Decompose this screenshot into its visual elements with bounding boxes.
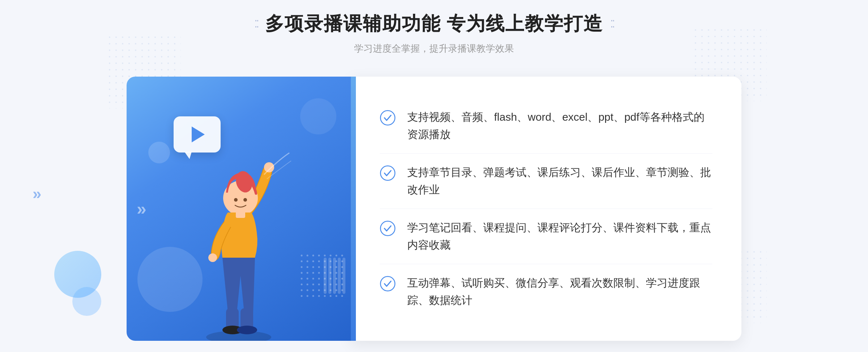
illus-circle-3: [148, 142, 170, 163]
svg-point-26: [380, 166, 395, 180]
svg-point-11: [234, 198, 238, 202]
sub-title: 学习进度全掌握，提升录播课教学效果: [254, 42, 614, 55]
feature-item-2: 支持章节目录、弹题考试、课后练习、课后作业、章节测验、批改作业: [380, 154, 712, 209]
header-section: ⁚⁚ 多项录播课辅助功能 专为线上教学打造 ⁚⁚ 学习进度全掌握，提升录播课教学…: [254, 11, 614, 55]
illus-chevrons: »: [137, 200, 146, 218]
feature-text-2: 支持章节目录、弹题考试、课后练习、课后作业、章节测验、批改作业: [407, 164, 712, 198]
svg-rect-21: [328, 258, 331, 294]
feature-text-4: 互动弹幕、试听购买、微信分享、观看次数限制、学习进度跟踪、数据统计: [407, 274, 712, 309]
content-panel: 支持视频、音频、flash、word、excel、ppt、pdf等各种格式的资源…: [351, 77, 741, 341]
svg-rect-23: [338, 258, 341, 294]
svg-point-14: [208, 253, 217, 262]
feature-item-3: 学习笔记回看、课程提问、课程评论打分、课件资料下载，重点内容收藏: [380, 209, 712, 264]
vertical-accent: [351, 77, 356, 341]
feature-text-3: 学习笔记回看、课程提问、课程评论打分、课件资料下载，重点内容收藏: [407, 219, 712, 254]
header-deco-left: ⁚⁚: [254, 18, 258, 30]
svg-point-27: [380, 221, 395, 236]
svg-rect-20: [324, 258, 327, 294]
svg-point-28: [380, 276, 395, 291]
feature-item-1: 支持视频、音频、flash、word、excel、ppt、pdf等各种格式的资源…: [380, 98, 712, 154]
main-title: 多项录播课辅助功能 专为线上教学打造: [265, 11, 603, 37]
check-icon-1: [380, 110, 396, 126]
feature-item-4: 互动弹幕、试听购买、微信分享、观看次数限制、学习进度跟踪、数据统计: [380, 264, 712, 319]
striped-deco: [324, 258, 345, 294]
svg-point-15: [264, 162, 274, 172]
play-icon: [192, 126, 205, 142]
svg-point-12: [243, 198, 247, 202]
header-deco-right: ⁚⁚: [610, 18, 614, 30]
svg-rect-13: [236, 211, 245, 218]
character-figure: [177, 146, 300, 341]
page-wrapper: » ⁚⁚ 多项录播课辅助功能 专为线上教学打造 ⁚⁚ 学习进度全掌握，提升录播课…: [0, 0, 868, 352]
svg-rect-22: [333, 258, 336, 294]
blue-circle-deco-small: [72, 287, 101, 316]
check-icon-2: [380, 165, 396, 181]
check-icon-4: [380, 276, 396, 292]
svg-point-25: [380, 111, 395, 125]
illustration-card: »: [127, 77, 351, 341]
svg-point-19: [237, 326, 257, 334]
content-area: » 支持视频、音频、flash、word、excel、ppt、pdf等各种格式的…: [127, 77, 741, 341]
check-icon-3: [380, 220, 396, 236]
illus-circle-2: [300, 98, 336, 134]
feature-text-1: 支持视频、音频、flash、word、excel、ppt、pdf等各种格式的资源…: [407, 108, 712, 143]
header-decorators: ⁚⁚ 多项录播课辅助功能 专为线上教学打造 ⁚⁚: [254, 11, 614, 37]
svg-rect-24: [342, 258, 345, 294]
deco-chevrons-left: »: [33, 185, 41, 203]
